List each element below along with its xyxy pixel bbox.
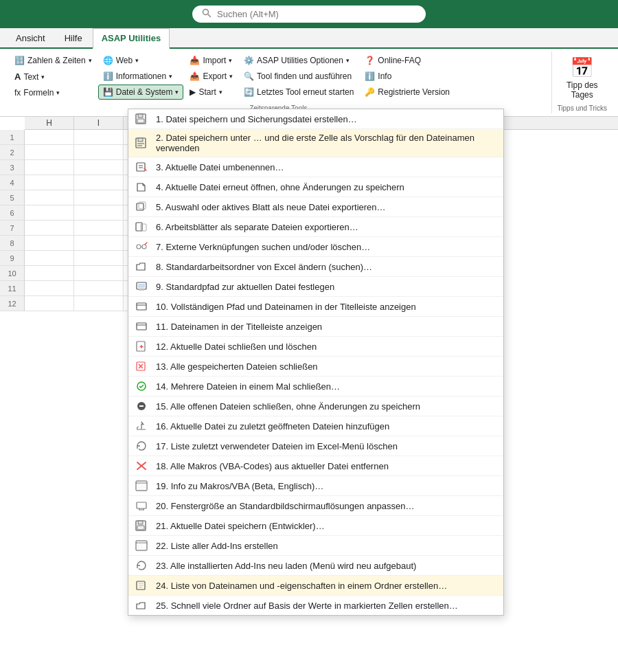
menu-item-22[interactable]: 22. Liste aller Add-Ins erstellen (128, 536, 503, 556)
svg-rect-22 (138, 284, 145, 288)
menu-item-13[interactable]: 13. Alle gespeicherten Dateien schließen (128, 357, 503, 377)
optionen-btn[interactable]: ⚙️ ASAP Utilities Optionen ▾ (239, 53, 358, 68)
menu-item-11[interactable]: 11. Dateinamen in der Titelleiste anzeig… (128, 317, 503, 337)
menu-item-6[interactable]: 6. Arbeitsblätter als separate Dateien e… (128, 217, 503, 237)
sheet-cell[interactable] (25, 251, 74, 266)
dropdown-menu: 1. Datei speichern und Sicherungsdatei e… (128, 109, 504, 616)
sheet-cell[interactable] (25, 160, 74, 175)
sheet-cell[interactable] (25, 130, 74, 145)
zahlen-zeiten-btn[interactable]: 🔢 Zahlen & Zeiten ▾ (10, 53, 97, 68)
menu-item-10[interactable]: 10. Vollständigen Pfad und Dateinamen in… (128, 297, 503, 317)
menu-text-24: 24. Liste von Dateinamen und -eigenschaf… (156, 581, 495, 591)
sheet-cell[interactable] (74, 221, 124, 236)
search-input-wrap[interactable] (192, 5, 426, 23)
formeln-btn[interactable]: fx Formeln ▾ (10, 85, 97, 100)
svg-rect-9 (137, 163, 145, 171)
letztes-tool-btn[interactable]: 🔄 Letztes Tool erneut starten (239, 85, 358, 100)
menu-item-16[interactable]: 16. Aktuelle Datei zu zuletzt geöffneten… (128, 416, 503, 436)
menu-item-17[interactable]: 17. Liste zuletzt verwendeter Dateien im… (128, 436, 503, 456)
sheet-cell[interactable] (25, 236, 74, 251)
sheet-cell[interactable] (74, 205, 124, 221)
menu-item-4[interactable]: 4. Aktuelle Datei erneut öffnen, ohne Än… (128, 177, 503, 197)
menu-item-21[interactable]: 21. Aktuelle Datei speichern (Entwickler… (128, 516, 503, 536)
sheet-cell[interactable] (74, 160, 124, 175)
text-icon: A (14, 71, 21, 82)
tipp-group: 📅 Tipp desTages Tipps und Tricks (552, 52, 613, 113)
search-input[interactable] (217, 9, 416, 19)
menu-item-20[interactable]: 20. Fenstergröße an Standardbildschirmau… (128, 496, 503, 516)
tab-hilfe[interactable]: Hilfe (56, 28, 91, 47)
start-btn[interactable]: ▶ Start ▾ (185, 85, 238, 100)
menu-item-5[interactable]: 5. Auswahl oder aktives Blatt als neue D… (128, 197, 503, 217)
menu-item-25[interactable]: 25. Schnell viele Ordner auf Basis der W… (128, 596, 503, 615)
sheet-cell[interactable] (74, 145, 124, 160)
sheet-cell[interactable] (74, 266, 124, 281)
sheet-cell[interactable] (74, 251, 124, 266)
menu-item-23[interactable]: 23. Alle installierten Add-Ins neu laden… (128, 556, 503, 576)
sheet-cell[interactable] (25, 296, 74, 311)
menu-item-8[interactable]: 8. Standardarbeitsordner von Excel änder… (128, 257, 503, 277)
menu-item-24[interactable]: 24. Liste von Dateinamen und -eigenschaf… (128, 576, 503, 596)
import-btn[interactable]: 📥 Import ▾ (185, 53, 238, 68)
sheet-cell[interactable] (25, 190, 74, 205)
menu-icon-15 (134, 400, 149, 412)
formeln-icon: fx (14, 88, 21, 98)
search-icon (202, 8, 211, 20)
menu-item-18[interactable]: 18. Alle Makros (VBA-Codes) aus aktuelle… (128, 456, 503, 476)
menu-item-1[interactable]: 1. Datei speichern und Sicherungsdatei e… (128, 109, 503, 129)
datei-system-btn[interactable]: 💾 Datei & System ▾ (98, 85, 184, 100)
sheet-cell[interactable] (25, 175, 74, 190)
ribbon-toolbar: 🔢 Zahlen & Zeiten ▾ A Text ▾ fx Formeln … (0, 49, 618, 117)
menu-item-15[interactable]: 15. Alle offenen Dateien schließen, ohne… (128, 396, 503, 416)
menu-icon-25 (134, 599, 149, 612)
menu-icon-9 (134, 280, 149, 293)
svg-rect-3 (138, 114, 143, 117)
sheet-cell[interactable] (74, 190, 124, 205)
tab-asap-utilities[interactable]: ASAP Utilities (93, 28, 170, 49)
menu-icon-2 (134, 137, 149, 149)
menu-item-19[interactable]: 19. Info zu Makros/VBA (Beta, Englisch)… (128, 476, 503, 496)
menu-icon-23 (134, 559, 149, 572)
tipp-btn[interactable]: 📅 Tipp desTages (559, 53, 606, 103)
faq-btn[interactable]: ❓ Online-FAQ (360, 53, 455, 68)
export-btn[interactable]: 📤 Export ▾ (185, 69, 238, 84)
sheet-cell[interactable] (74, 130, 124, 145)
info-btn[interactable]: ℹ️ Informationen ▾ (98, 69, 184, 84)
menu-icon-13 (134, 360, 149, 372)
menu-item-9[interactable]: 9. Standardpfad zur aktuellen Datei fest… (128, 277, 503, 297)
menu-item-2[interactable]: 2. Datei speichern unter … und die erste… (128, 129, 503, 157)
web-btn[interactable]: 🌐 Web ▾ (98, 53, 184, 68)
menu-icon-6 (134, 221, 149, 233)
svg-rect-4 (137, 119, 144, 123)
menu-item-14[interactable]: 14. Mehrere Dateien in einem Mal schließ… (128, 377, 503, 396)
tool-finden-btn[interactable]: 🔍 Tool finden und ausführen (239, 69, 358, 84)
menu-icon-16 (134, 420, 149, 432)
tab-ansicht[interactable]: Ansicht (7, 28, 54, 47)
import-icon: 📥 (190, 56, 200, 65)
sheet-cell[interactable] (74, 296, 124, 311)
sheet-cell[interactable] (25, 266, 74, 281)
sheet-cell[interactable] (25, 221, 74, 236)
sheet-cell[interactable] (25, 205, 74, 221)
reg-btn[interactable]: 🔑 Registrierte Version (360, 85, 455, 100)
sheet-cell[interactable] (25, 145, 74, 160)
sheet-cell[interactable] (25, 281, 74, 296)
svg-rect-16 (141, 224, 146, 231)
menu-item-7[interactable]: 7. Externe Verknüpfungen suchen und/oder… (128, 237, 503, 257)
menu-text-5: 5. Auswahl oder aktives Blatt als neue D… (156, 202, 495, 212)
info2-btn[interactable]: ℹ️ Info (360, 69, 455, 84)
menu-text-14: 14. Mehrere Dateien in einem Mal schließ… (156, 381, 495, 392)
menu-text-10: 10. Vollständigen Pfad und Dateinamen in… (156, 302, 495, 312)
menu-text-17: 17. Liste zuletzt verwendeter Dateien im… (156, 441, 495, 451)
menu-item-12[interactable]: 12. Aktuelle Datei schließen und löschen (128, 337, 503, 357)
sheet-cell[interactable] (74, 175, 124, 190)
col-H[interactable]: H (25, 117, 74, 129)
menu-text-3: 3. Aktuelle Datei umbenennen… (156, 162, 495, 172)
text-btn[interactable]: A Text ▾ (10, 69, 97, 85)
col-I[interactable]: I (74, 117, 124, 129)
sheet-cell[interactable] (74, 236, 124, 251)
svg-rect-6 (138, 138, 143, 142)
menu-item-3[interactable]: 3. Aktuelle Datei umbenennen… (128, 157, 503, 177)
sheet-cell[interactable] (74, 281, 124, 296)
menu-text-19: 19. Info zu Makros/VBA (Beta, Englisch)… (156, 481, 495, 491)
